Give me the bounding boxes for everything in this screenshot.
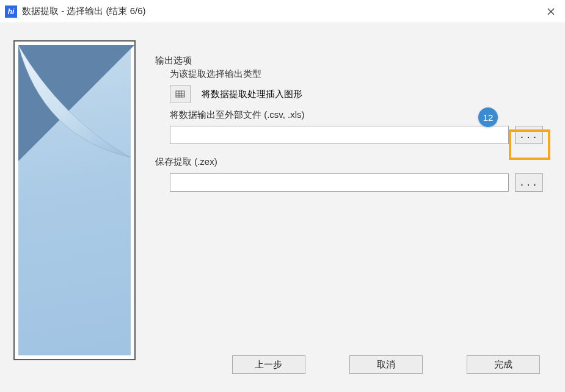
cancel-button[interactable]: 取消	[349, 355, 423, 374]
svg-rect-2	[176, 91, 184, 97]
save-extract-title: 保存提取 (.zex)	[155, 156, 220, 168]
close-button[interactable]	[537, 0, 565, 23]
output-options-group: 输出选项 为该提取选择输出类型 将数据提取处理插入	[155, 61, 552, 154]
right-pane: 输出选项 为该提取选择输出类型 将数据提取处理插入	[155, 40, 552, 380]
close-icon	[547, 8, 555, 15]
back-button[interactable]: 上一步	[232, 355, 305, 374]
output-options-title: 输出选项	[155, 55, 194, 67]
external-output-browse-button[interactable]: ...	[515, 126, 543, 144]
finish-button[interactable]: 完成	[467, 355, 540, 374]
save-extract-row: ...	[170, 173, 543, 192]
columns: 输出选项 为该提取选择输出类型 将数据提取处理插入	[13, 40, 552, 380]
dialog-window: hi 数据提取 - 选择输出 (结束 6/6)	[0, 0, 565, 392]
external-output-input[interactable]	[170, 126, 509, 144]
ellipsis-icon: ...	[519, 130, 538, 140]
save-extract-input[interactable]	[170, 173, 509, 192]
titlebar: hi 数据提取 - 选择输出 (结束 6/6)	[0, 0, 565, 23]
insert-to-drawing-row: 将数据提取处理插入图形	[170, 85, 543, 103]
cancel-button-label: 取消	[377, 359, 395, 371]
save-extract-browse-button[interactable]: ...	[515, 173, 543, 192]
finish-button-label: 完成	[494, 359, 512, 371]
output-options-subtitle: 为该提取选择输出类型	[170, 68, 543, 80]
step-hint-badge: 12	[478, 107, 498, 127]
app-icon: hi	[5, 5, 17, 18]
table-insert-icon	[175, 89, 185, 99]
step-hint-number: 12	[483, 112, 494, 123]
app-icon-glyph: hi	[8, 7, 15, 16]
ellipsis-icon: ...	[519, 178, 538, 187]
external-output-row: ...	[170, 126, 543, 144]
preview-panel	[13, 40, 136, 360]
back-button-label: 上一步	[255, 359, 282, 371]
preview-fold-icon	[18, 45, 131, 158]
insert-to-drawing-button[interactable]	[170, 85, 191, 103]
dialog-body: 输出选项 为该提取选择输出类型 将数据提取处理插入	[0, 23, 565, 392]
window-title: 数据提取 - 选择输出 (结束 6/6)	[22, 5, 146, 17]
wizard-buttons: 上一步 取消 完成	[159, 355, 552, 374]
insert-to-drawing-label: 将数据提取处理插入图形	[202, 89, 302, 100]
save-extract-group: 保存提取 (.zex) ...	[155, 162, 552, 201]
